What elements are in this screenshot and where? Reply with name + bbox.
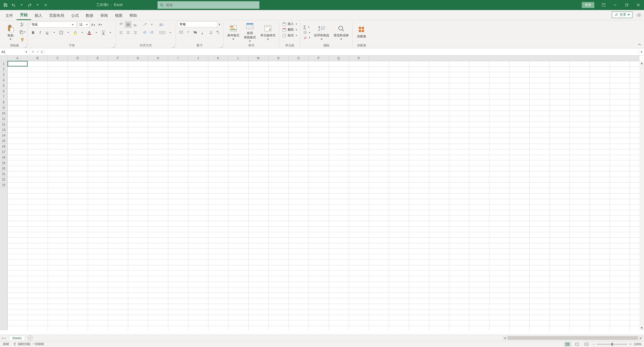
new-sheet-button[interactable]: ＋ <box>28 335 33 340</box>
align-middle[interactable] <box>125 21 131 28</box>
column-header[interactable]: D <box>68 55 88 61</box>
align-top[interactable] <box>118 21 124 28</box>
tab-home[interactable]: 开始 <box>17 10 31 20</box>
zoom-slider-knob[interactable] <box>611 343 613 346</box>
alignment-dialog-launcher[interactable] <box>172 45 175 48</box>
row-header[interactable]: 13 <box>0 127 7 133</box>
autosum-button[interactable]: ∑▾ <box>302 24 311 30</box>
row-header[interactable]: 7 <box>0 94 7 100</box>
format-as-table-button[interactable]: 套用 表格格式 <box>242 22 257 42</box>
expand-formula-bar[interactable]: ▾ <box>638 48 644 55</box>
addins-button[interactable]: 加载项 <box>354 25 369 39</box>
number-format-dropdown[interactable]: ▾ <box>219 23 220 26</box>
fill-color-dropdown[interactable] <box>79 29 86 36</box>
tell-me-search[interactable] <box>158 1 259 9</box>
align-right[interactable] <box>132 29 138 36</box>
row-header[interactable]: 19 <box>0 160 7 166</box>
zoom-in-button[interactable]: + <box>629 342 631 346</box>
row-header[interactable]: 5 <box>0 83 7 89</box>
wrap-text-button[interactable]: abc <box>158 21 167 28</box>
row-header[interactable]: 23 <box>0 182 7 188</box>
decrease-font-size[interactable]: A▼ <box>97 21 104 28</box>
clear-button[interactable]: ▾ <box>302 35 311 40</box>
column-header[interactable]: F <box>108 55 128 61</box>
undo-dropdown[interactable] <box>18 2 25 9</box>
scroll-down-button[interactable]: ▼ <box>639 326 644 330</box>
zoom-out-button[interactable]: − <box>593 342 594 346</box>
font-size-dropdown[interactable]: ▾ <box>85 23 89 26</box>
borders-button[interactable] <box>58 29 64 36</box>
scroll-right-button[interactable]: ▸ <box>638 336 643 340</box>
qat-customize[interactable] <box>42 2 49 9</box>
comments-icon[interactable] <box>636 12 642 18</box>
tab-file[interactable]: 文件 <box>2 11 17 20</box>
window-close[interactable] <box>632 0 644 10</box>
formula-input[interactable] <box>45 50 638 54</box>
column-header[interactable]: C <box>48 55 68 61</box>
increase-font-size[interactable]: A▲ <box>90 21 97 28</box>
sheet-tab-sheet1[interactable]: Sheet1 <box>9 336 25 340</box>
collapse-ribbon-button[interactable] <box>638 43 642 47</box>
fill-button[interactable]: ▾ <box>302 30 311 35</box>
number-dialog-launcher[interactable] <box>220 45 223 48</box>
number-format-input[interactable] <box>178 22 219 27</box>
paste-button[interactable]: 粘贴 <box>4 24 18 40</box>
row-header[interactable]: 3 <box>0 72 7 77</box>
copy-button[interactable] <box>19 29 26 35</box>
increase-indent[interactable] <box>149 29 155 36</box>
row-header[interactable]: 15 <box>0 138 7 144</box>
row-header[interactable]: 2 <box>0 66 7 72</box>
column-header[interactable]: L <box>228 55 248 61</box>
align-center[interactable] <box>125 29 131 36</box>
increase-decimal-button[interactable]: ←0.00 <box>208 29 214 35</box>
select-all-corner[interactable] <box>0 55 8 61</box>
view-page-layout-button[interactable] <box>574 342 581 347</box>
font-name-dropdown[interactable]: ▾ <box>71 23 75 26</box>
name-box-input[interactable] <box>0 50 24 54</box>
row-header[interactable]: 1 <box>0 61 7 66</box>
column-header[interactable]: H <box>148 55 168 61</box>
orientation-button[interactable] <box>141 21 148 28</box>
cell-styles-button[interactable]: 单元格样式 <box>259 24 277 40</box>
column-header[interactable]: Q <box>329 55 349 61</box>
tab-view[interactable]: 视图 <box>111 11 126 20</box>
comma-style-button[interactable]: , <box>199 29 205 35</box>
insert-cells-button[interactable]: 插入 ▾ <box>281 21 298 27</box>
redo-dropdown[interactable] <box>34 2 41 9</box>
phonetic-dropdown[interactable] <box>107 29 114 36</box>
underline-dropdown[interactable] <box>51 29 57 36</box>
row-header[interactable]: 16 <box>0 144 7 149</box>
horizontal-scroll-thumb[interactable] <box>508 336 638 340</box>
tab-pagelayout[interactable]: 页面布局 <box>46 11 68 20</box>
row-header[interactable]: 17 <box>0 149 7 155</box>
phonetic-button[interactable]: wén文 <box>100 29 107 36</box>
column-header[interactable]: I <box>168 55 188 61</box>
vertical-scrollbar[interactable]: ▲ ▼ <box>639 61 644 330</box>
cell-grid[interactable] <box>8 61 639 330</box>
window-minimize[interactable] <box>609 0 621 10</box>
italic-button[interactable]: I <box>37 29 43 36</box>
decrease-decimal-button[interactable]: .00→0 <box>215 29 222 35</box>
font-size-input[interactable] <box>78 22 85 27</box>
scroll-left-button[interactable]: ◂ <box>503 336 507 340</box>
undo-button[interactable] <box>10 2 17 9</box>
align-bottom[interactable] <box>132 21 138 28</box>
row-header[interactable]: 6 <box>0 89 7 94</box>
merge-center-button[interactable] <box>158 29 167 36</box>
row-header[interactable]: 18 <box>0 155 7 160</box>
number-format-combo[interactable]: ▾ <box>178 21 218 27</box>
tab-review[interactable]: 审阅 <box>97 11 111 20</box>
column-header[interactable]: A <box>8 55 28 61</box>
clipboard-dialog-launcher[interactable] <box>24 45 27 48</box>
share-button[interactable]: 共享 <box>612 12 632 18</box>
ribbon-display-options[interactable] <box>598 0 609 10</box>
save-button[interactable] <box>2 2 9 9</box>
row-header[interactable]: 12 <box>0 122 7 127</box>
window-restore[interactable] <box>621 0 632 10</box>
zoom-slider[interactable] <box>597 344 627 345</box>
align-left[interactable] <box>118 29 124 36</box>
enter-edit-button[interactable]: ✓ <box>36 50 39 54</box>
bold-button[interactable]: B <box>30 29 36 36</box>
scroll-up-button[interactable]: ▲ <box>639 61 644 65</box>
row-header[interactable]: 8 <box>0 100 7 105</box>
